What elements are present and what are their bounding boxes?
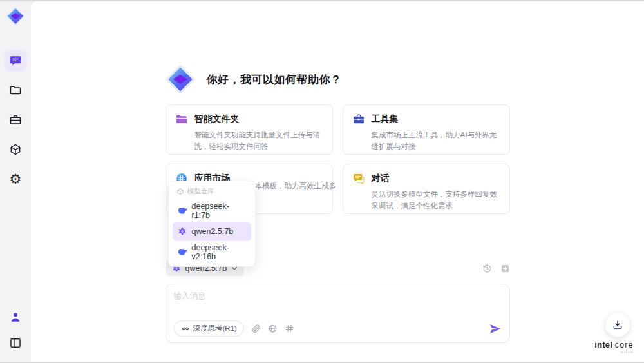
card-description-fragment: 本模板，助力高效生成多: [255, 181, 337, 191]
intel-core-badge: intel core ultra: [594, 340, 634, 355]
sidebar-item-apps[interactable]: [5, 139, 26, 161]
qwen-icon: [177, 226, 187, 237]
intel-tier-text: ultra: [594, 349, 634, 355]
greeting: 你好，我可以如何帮助你？: [166, 64, 510, 94]
cube-icon: [9, 143, 22, 156]
model-option-deepseek-v2[interactable]: deepseek-v2:16b: [173, 242, 251, 262]
card-title: 智能文件夹: [194, 113, 240, 125]
model-option-qwen[interactable]: qwen2.5:7b: [173, 222, 251, 241]
message-input[interactable]: [174, 291, 502, 320]
chat-bubble-icon: [9, 54, 22, 67]
sidebar-item-settings[interactable]: ⚙: [5, 168, 26, 190]
model-dropdown-header: 模型仓库: [173, 184, 251, 200]
send-icon[interactable]: [489, 322, 502, 335]
deep-think-toggle[interactable]: 深度思考(R1): [174, 320, 244, 337]
deep-think-icon: [181, 324, 190, 333]
deep-think-label: 深度思考(R1): [193, 324, 237, 333]
composer: 深度思考(R1): [166, 284, 510, 343]
gear-icon: ⚙: [10, 173, 22, 186]
card-description: 灵活切换多模型文件，支持多样回复效果调试，满足个性化需求: [352, 189, 500, 212]
globe-icon[interactable]: [268, 324, 278, 333]
card-dialogue[interactable]: 对话 灵活切换多模型文件，支持多样回复效果调试，满足个性化需求: [343, 164, 510, 214]
card-description: 集成市场上主流工具，助力AI与外界无缝扩展与对接: [352, 130, 500, 153]
download-button[interactable]: [605, 313, 630, 337]
model-option-label: deepseek-v2:16b: [192, 243, 247, 261]
intel-brand-text: intel: [594, 340, 612, 349]
model-option-deepseek-r1[interactable]: deepseek-r1:7b: [173, 201, 251, 221]
card-toolset[interactable]: 工具集 集成市场上主流工具，助力AI与外界无缝扩展与对接: [343, 104, 510, 155]
smart-folder-icon: [175, 113, 188, 126]
deepseek-whale-icon: [177, 206, 187, 216]
toolset-icon: [352, 113, 365, 126]
repository-icon: [176, 188, 184, 195]
greeting-text: 你好，我可以如何帮助你？: [207, 72, 342, 87]
assistant-logo-icon: [166, 64, 195, 94]
history-icon[interactable]: [482, 264, 492, 273]
model-option-label: qwen2.5:7b: [192, 227, 234, 236]
sidebar-item-chat[interactable]: [5, 50, 26, 72]
knowledge-base-icon[interactable]: [285, 324, 294, 333]
card-title: 对话: [372, 173, 390, 184]
user-icon: [9, 311, 22, 324]
intel-product-text: core: [615, 340, 634, 349]
app-logo-icon[interactable]: [6, 6, 25, 26]
deepseek-whale-icon: [177, 247, 187, 257]
main-panel: 你好，我可以如何帮助你？ 智能文件夹 智能文件夹功能支持批量文件上传与清洗，轻松…: [31, 1, 644, 362]
panel-layout-icon: [9, 337, 22, 349]
new-chat-icon[interactable]: [500, 264, 510, 273]
card-title: 工具集: [372, 113, 399, 125]
card-smart-folder[interactable]: 智能文件夹 智能文件夹功能支持批量文件上传与清洗，轻松实现文件问答: [166, 104, 333, 155]
sidebar: ⚙: [0, 0, 31, 363]
model-option-label: deepseek-r1:7b: [192, 202, 247, 220]
sidebar-item-folders[interactable]: [5, 79, 26, 101]
sidebar-item-account[interactable]: [5, 306, 26, 328]
folder-icon: [9, 84, 22, 97]
briefcase-icon: [9, 113, 22, 126]
sidebar-item-toolset[interactable]: [5, 109, 26, 131]
download-icon: [612, 319, 623, 331]
model-dropdown: 模型仓库 deepseek-r1:7b qwen2.5:7b de: [168, 181, 256, 267]
sidebar-item-collapse[interactable]: [5, 332, 26, 354]
card-description: 智能文件夹功能支持批量文件上传与清洗，轻松实现文件问答: [175, 130, 323, 153]
paperclip-icon[interactable]: [251, 324, 261, 333]
dialogue-icon: [352, 172, 365, 185]
